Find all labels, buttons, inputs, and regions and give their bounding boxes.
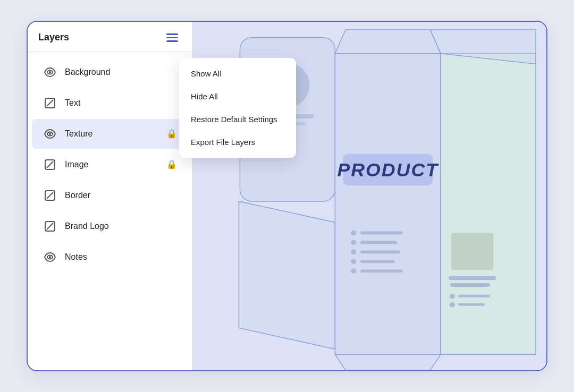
svg-rect-36 [450, 283, 490, 287]
svg-rect-30 [360, 260, 395, 263]
eye-icon [43, 65, 57, 80]
app-container: Layers Background [27, 21, 547, 371]
svg-rect-35 [449, 276, 496, 280]
layer-item-text[interactable]: Text [32, 88, 188, 118]
sidebar-title: Layers [38, 32, 69, 43]
svg-rect-28 [360, 250, 400, 253]
svg-rect-33 [441, 54, 536, 355]
layer-item-brand-logo[interactable]: Brand Logo [32, 211, 188, 241]
layer-label-background: Background [65, 67, 177, 77]
eye-icon-texture [43, 126, 57, 141]
svg-rect-24 [360, 232, 403, 235]
eye-icon-notes [43, 250, 57, 265]
layer-label-image: Image [65, 160, 159, 169]
lock-icon-image: 🔒 [166, 159, 177, 169]
slash-icon-text [43, 96, 57, 110]
layer-list: Background Text [28, 52, 192, 371]
lock-icon-texture: 🔒 [166, 129, 177, 139]
svg-point-37 [450, 294, 455, 299]
svg-point-29 [351, 259, 356, 264]
sidebar-header: Layers [28, 22, 192, 52]
dropdown-show-all[interactable]: Show All [179, 62, 296, 85]
layer-label-brand-logo: Brand Logo [65, 221, 177, 231]
layer-item-texture[interactable]: Texture 🔒 [32, 119, 188, 149]
svg-point-25 [351, 240, 356, 245]
layer-label-text: Text [65, 98, 177, 108]
svg-rect-38 [458, 295, 490, 297]
slash-icon-border [43, 188, 57, 203]
svg-line-7 [47, 161, 53, 168]
svg-point-39 [450, 302, 455, 308]
svg-rect-34 [451, 233, 494, 270]
svg-point-31 [351, 268, 356, 274]
layer-item-image[interactable]: Image 🔒 [32, 150, 188, 180]
svg-marker-19 [239, 201, 335, 349]
svg-marker-41 [335, 30, 441, 54]
svg-rect-26 [360, 241, 398, 244]
layer-item-border[interactable]: Border [32, 181, 188, 210]
slash-icon-brand-logo [43, 219, 57, 234]
slash-icon-image [43, 157, 57, 172]
svg-point-27 [351, 249, 356, 254]
dropdown-hide-all[interactable]: Hide All [179, 85, 296, 108]
svg-line-3 [47, 100, 53, 106]
svg-point-13 [49, 256, 51, 258]
dropdown-restore-defaults[interactable]: Restore Default Settings [179, 108, 296, 131]
dropdown-menu: Show All Hide All Restore Default Settin… [179, 58, 296, 158]
svg-line-11 [47, 223, 53, 229]
menu-button[interactable] [163, 31, 181, 44]
svg-line-9 [47, 192, 53, 199]
layer-item-notes[interactable]: Notes [32, 242, 188, 272]
svg-point-23 [351, 231, 356, 236]
layer-label-texture: Texture [65, 129, 159, 139]
svg-rect-32 [360, 269, 403, 272]
svg-point-1 [49, 71, 51, 73]
layer-item-background[interactable]: Background [32, 57, 188, 87]
svg-marker-42 [335, 354, 441, 370]
layer-label-border: Border [65, 191, 177, 200]
svg-rect-40 [458, 303, 485, 306]
svg-rect-20 [335, 54, 441, 355]
layer-label-notes: Notes [65, 252, 177, 262]
svg-point-5 [49, 133, 51, 135]
svg-text:PRODUCT: PRODUCT [337, 159, 439, 181]
dropdown-export-layers[interactable]: Export File Layers [179, 131, 296, 154]
sidebar: Layers Background [28, 22, 192, 370]
